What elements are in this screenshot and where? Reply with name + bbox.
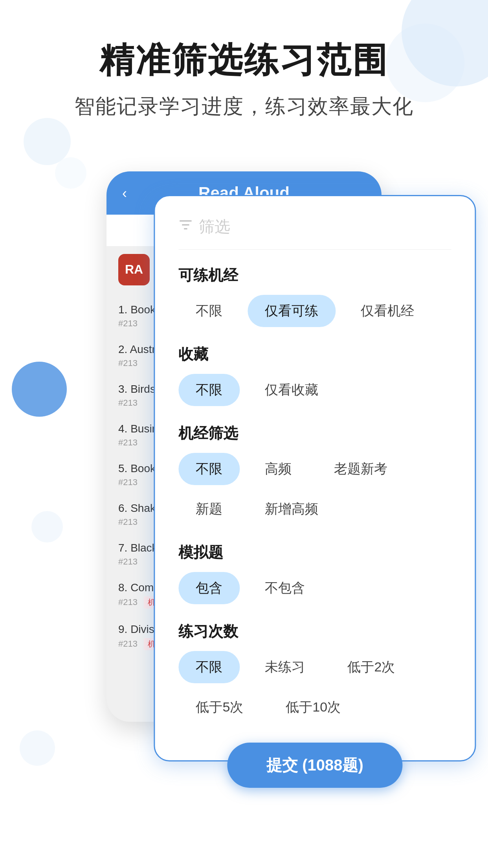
- filter-header-label: 筛选: [199, 216, 230, 237]
- filter-options-mock: 包含 不包含: [178, 572, 451, 604]
- page-header: 精准筛选练习范围 智能记录学习进度，练习效率最大化: [0, 0, 488, 132]
- filter-options-exam: 不限 高频 老题新考 新题 新增高频: [178, 453, 451, 525]
- filter-section-collection: 收藏 不限 仅看收藏: [178, 344, 451, 406]
- filter-section-exam: 机经筛选 不限 高频 老题新考 新题 新增高频: [178, 423, 451, 525]
- filter-option-new-high-freq[interactable]: 新增高频: [248, 493, 336, 525]
- filter-option-less-than-10[interactable]: 低于10次: [268, 691, 358, 723]
- filter-option-not-practiced[interactable]: 未练习: [248, 651, 322, 683]
- submit-area: 提交 (1088题): [155, 743, 475, 788]
- phone-mockup-area: ‹ Read Aloud RA 已选题目 0 1. Book ch #213 2…: [0, 156, 488, 745]
- filter-options-practice-count: 不限 未练习 低于2次 低于5次 低于10次: [178, 651, 451, 723]
- submit-button[interactable]: 提交 (1088题): [227, 743, 403, 788]
- ra-badge: RA: [118, 254, 150, 285]
- filter-option-exclude-mock[interactable]: 不包含: [248, 572, 322, 604]
- filter-option-old-new[interactable]: 老题新考: [317, 453, 405, 485]
- filter-option-high-freq[interactable]: 高频: [248, 453, 309, 485]
- filter-icon: [178, 218, 193, 235]
- section-title-mock: 模拟题: [178, 542, 451, 563]
- filter-option-trainable-only[interactable]: 仅看可练: [248, 295, 336, 327]
- section-title-trainable: 可练机经: [178, 265, 451, 285]
- filter-option-new[interactable]: 新题: [178, 493, 240, 525]
- page-subtitle: 智能记录学习进度，练习效率最大化: [0, 93, 488, 120]
- panel-wrapper: ‹ Read Aloud RA 已选题目 0 1. Book ch #213 2…: [0, 156, 488, 745]
- filter-option-exam-unlimited[interactable]: 不限: [178, 453, 240, 485]
- filter-option-collection-only[interactable]: 仅看收藏: [248, 374, 336, 406]
- section-title-exam: 机经筛选: [178, 423, 451, 443]
- filter-options-trainable: 不限 仅看可练 仅看机经: [178, 295, 451, 327]
- filter-option-count-unlimited[interactable]: 不限: [178, 651, 240, 683]
- filter-option-include-mock[interactable]: 包含: [178, 572, 240, 604]
- filter-option-exam-only[interactable]: 仅看机经: [343, 295, 431, 327]
- section-title-collection: 收藏: [178, 344, 451, 364]
- filter-section-trainable: 可练机经 不限 仅看可练 仅看机经: [178, 265, 451, 327]
- filter-panel: 筛选 可练机经 不限 仅看可练 仅看机经 收藏 不限 仅看收藏: [154, 195, 476, 761]
- filter-section-practice-count: 练习次数 不限 未练习 低于2次 低于5次 低于10次: [178, 622, 451, 723]
- filter-option-less-than-2[interactable]: 低于2次: [330, 651, 412, 683]
- filter-option-collection-unlimited[interactable]: 不限: [178, 374, 240, 406]
- filter-section-mock: 模拟题 包含 不包含: [178, 542, 451, 604]
- back-icon[interactable]: ‹: [122, 185, 127, 202]
- section-title-practice-count: 练习次数: [178, 622, 451, 642]
- filter-header: 筛选: [178, 216, 451, 250]
- page-title: 精准筛选练习范围: [0, 39, 488, 81]
- filter-option-less-than-5[interactable]: 低于5次: [178, 691, 261, 723]
- filter-option-unlimited[interactable]: 不限: [178, 295, 240, 327]
- filter-options-collection: 不限 仅看收藏: [178, 374, 451, 406]
